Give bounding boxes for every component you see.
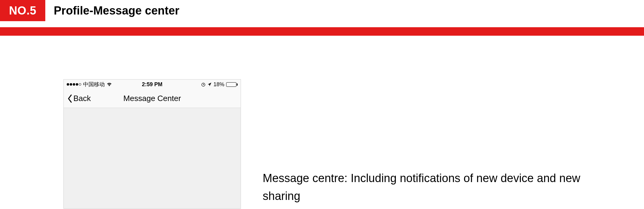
description-text: Message centre: Including notifications …: [263, 169, 610, 205]
divider-bar: [0, 27, 644, 36]
page-title: Profile-Message center: [45, 0, 179, 21]
nav-bar: Back Message Center: [64, 89, 241, 108]
nav-title: Message Center: [123, 94, 181, 103]
wifi-icon: [107, 82, 112, 87]
carrier-label: 中国移动: [83, 81, 105, 88]
phone-screenshot: 中国移动 2:59 PM 18%: [63, 79, 241, 209]
status-bar-left: 中国移动: [67, 81, 142, 88]
header-row: NO.5 Profile-Message center: [0, 0, 644, 21]
location-arrow-icon: [207, 82, 212, 87]
back-button-label: Back: [73, 94, 91, 103]
message-center-content: [64, 108, 241, 208]
status-bar: 中国移动 2:59 PM 18%: [64, 80, 241, 89]
battery-percent-label: 18%: [213, 81, 224, 88]
status-bar-time: 2:59 PM: [142, 81, 162, 88]
battery-icon: [226, 82, 238, 87]
status-bar-right: 18%: [162, 81, 238, 88]
chevron-left-icon: [67, 94, 73, 103]
back-button[interactable]: Back: [67, 94, 91, 103]
signal-strength-icon: [67, 83, 81, 86]
alarm-icon: [201, 82, 206, 87]
section-number-badge: NO.5: [0, 0, 45, 21]
